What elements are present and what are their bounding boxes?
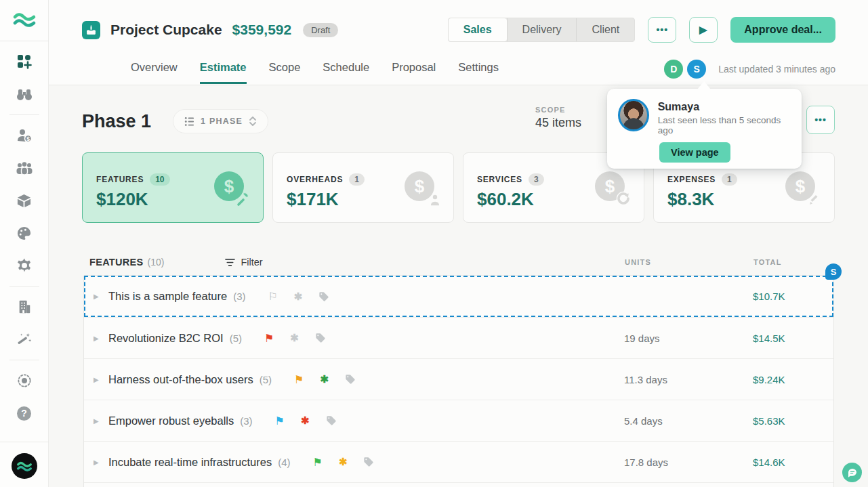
team-icon[interactable] <box>11 154 38 182</box>
asterisk-icon[interactable]: ✱ <box>290 332 299 344</box>
filter-button[interactable]: Filter <box>225 257 262 268</box>
tag-icon[interactable] <box>345 374 356 385</box>
row-count: (3) <box>240 415 252 427</box>
theme-sun-icon[interactable] <box>11 367 38 394</box>
header-avatar[interactable]: S <box>687 60 706 79</box>
table-row-partial <box>84 482 833 487</box>
filter-label: Filter <box>241 257 262 268</box>
projects-grid-icon[interactable] <box>11 48 38 75</box>
card-label: EXPENSES <box>667 175 716 184</box>
card-count-badge: 3 <box>529 173 544 186</box>
row-title: Incubate real-time infrastructures <box>108 456 272 469</box>
asterisk-icon[interactable]: ✱ <box>339 456 348 468</box>
table-title-count: (10) <box>147 257 164 268</box>
scope-stat: SCOPE 45 items <box>535 106 581 130</box>
remote-cursor-badge: S <box>825 263 842 280</box>
list-icon <box>184 117 194 127</box>
tag-icon[interactable] <box>363 457 374 467</box>
popup-user-name: Sumaya <box>658 101 791 113</box>
column-header-units: UNITS <box>625 258 753 266</box>
card-label: SERVICES <box>477 175 522 184</box>
magic-wand-icon[interactable] <box>11 326 38 353</box>
mode-tab[interactable]: Client <box>576 18 634 41</box>
tag-icon[interactable] <box>318 291 329 302</box>
settings-gear-icon[interactable] <box>11 252 38 279</box>
table-row[interactable]: ▶ Incubate real-time infrastructures (4)… <box>84 441 833 482</box>
summary-card[interactable]: FEATURES 10 $120K $ <box>82 152 264 223</box>
chat-button[interactable] <box>842 463 862 482</box>
palette-icon[interactable] <box>11 219 38 247</box>
status-badge: Draft <box>303 23 338 37</box>
view-page-button[interactable]: View page <box>659 142 730 163</box>
phase-count-label: 1 PHASE <box>201 117 243 126</box>
row-total: $9.24K <box>753 374 833 385</box>
expand-caret-icon[interactable]: ▶ <box>94 417 102 425</box>
packages-icon[interactable] <box>11 187 38 214</box>
divider <box>9 286 39 287</box>
help-icon[interactable]: ? <box>11 400 38 427</box>
topbar: Project Cupcake $359,592 Draft Sales Del… <box>49 0 868 85</box>
card-label: OVERHEADS <box>287 175 343 184</box>
divider <box>9 114 39 115</box>
nav-tab[interactable]: Schedule <box>323 61 369 86</box>
row-total: $10.7K <box>753 291 833 302</box>
expand-caret-icon[interactable]: ▶ <box>94 459 102 466</box>
row-count: (5) <box>260 374 272 385</box>
nav-tab[interactable]: Scope <box>269 61 301 86</box>
binoculars-icon[interactable] <box>11 81 38 108</box>
nav-tab[interactable]: Settings <box>458 61 499 86</box>
flag-icon[interactable]: ⚐ <box>268 290 278 303</box>
expand-caret-icon[interactable]: ▶ <box>94 376 102 383</box>
more-actions-button[interactable]: ••• <box>648 17 676 43</box>
ellipsis-icon: ••• <box>656 24 668 35</box>
phase-selector[interactable]: 1 PHASE <box>173 109 268 133</box>
asterisk-icon[interactable]: ✱ <box>320 373 329 385</box>
expand-caret-icon[interactable]: ▶ <box>94 335 102 342</box>
company-building-icon[interactable] <box>11 293 38 320</box>
row-total: $14.6K <box>753 457 833 468</box>
flag-icon[interactable]: ⚑ <box>313 456 323 469</box>
client-rates-icon[interactable]: $ <box>11 122 38 149</box>
phase-more-button[interactable]: ••• <box>806 106 835 134</box>
stat-label: SCOPE <box>535 106 581 114</box>
card-count-badge: 1 <box>349 173 365 186</box>
flag-icon[interactable]: ⚑ <box>294 373 304 386</box>
table-row[interactable]: ▶ This is a sample feature (3) ⚐ ✱ $10.7… <box>84 276 833 317</box>
mode-tab[interactable]: Sales <box>449 18 507 41</box>
play-button[interactable]: ▶ <box>689 17 718 43</box>
card-count-badge: 10 <box>150 173 169 186</box>
row-count: (5) <box>230 333 242 344</box>
nav-tab[interactable]: Overview <box>131 61 178 86</box>
project-title: Project Cupcake <box>110 22 222 38</box>
popup-arrow <box>697 81 711 89</box>
mode-tab[interactable]: Delivery <box>507 18 577 41</box>
table-row[interactable]: ▶ Revolutionize B2C ROI (5) ⚑ ✱ 19 days … <box>84 317 833 358</box>
stat-value: 45 items <box>535 116 581 130</box>
table-row[interactable]: ▶ Harness out-of-the-box users (5) ⚑ ✱ 1… <box>84 358 833 400</box>
chevron-updown-icon <box>249 116 257 127</box>
user-avatar[interactable] <box>12 453 37 479</box>
row-units: 17.8 days <box>624 457 753 468</box>
header-avatar[interactable]: D <box>664 60 683 79</box>
nav-tab[interactable]: Estimate <box>200 61 247 86</box>
tag-icon[interactable] <box>315 333 326 343</box>
flag-icon[interactable]: ⚑ <box>264 332 274 345</box>
sidebar: $ <box>0 0 49 487</box>
approve-deal-button[interactable]: Approve deal... <box>730 17 835 43</box>
help-glyph: ? <box>17 406 31 421</box>
nav-tab[interactable]: Proposal <box>392 61 436 86</box>
app-logo-icon[interactable] <box>11 9 38 30</box>
card-label: FEATURES <box>96 175 144 184</box>
project-nav: Overview Estimate Scope Schedule Proposa… <box>131 61 499 86</box>
column-header-total: TOTAL <box>753 258 834 266</box>
asterisk-icon[interactable]: ✱ <box>294 291 303 303</box>
table-row[interactable]: ▶ Empower robust eyeballs (3) ⚑ ✱ 5.4 da… <box>84 400 833 441</box>
row-total: $5.63K <box>753 415 833 427</box>
summary-card[interactable]: OVERHEADS 1 $171K $ <box>272 152 454 223</box>
asterisk-icon[interactable]: ✱ <box>301 415 310 427</box>
table-title: FEATURES <box>89 257 143 268</box>
flag-icon[interactable]: ⚑ <box>275 415 285 427</box>
tag-icon[interactable] <box>326 415 337 426</box>
popup-user-status: Last seen less than 5 seconds ago <box>658 115 791 135</box>
expand-caret-icon[interactable]: ▶ <box>94 293 102 300</box>
